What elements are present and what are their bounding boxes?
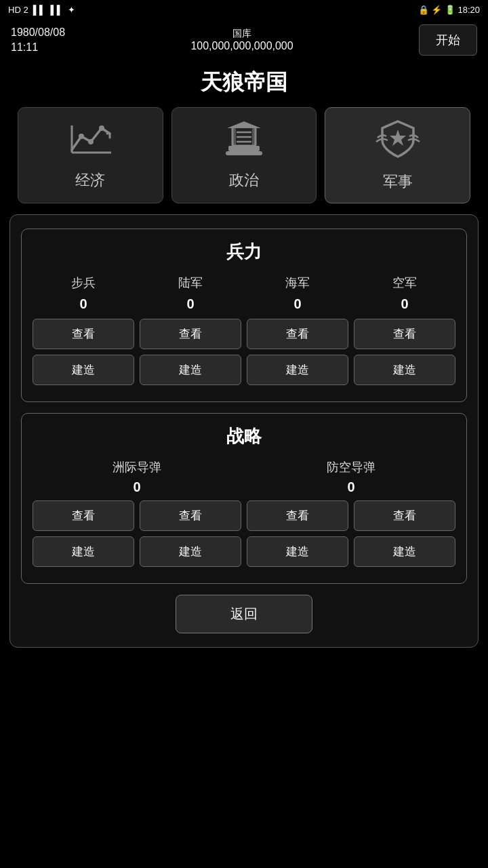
game-title: 天狼帝国: [0, 61, 488, 107]
svg-marker-14: [390, 130, 406, 146]
icbm-label: 洲际导弹: [113, 459, 161, 475]
mil-build-buttons: 建造 建造 建造 建造: [33, 355, 455, 385]
aad-value: 0: [347, 479, 354, 495]
strat-labels-row: 洲际导弹 0 防空导弹 0: [33, 459, 455, 495]
strat-col-icbm: 洲际导弹 0: [33, 459, 241, 495]
tab-economy[interactable]: 经济: [18, 107, 163, 203]
strat-view-buttons: 查看 查看 查看 查看: [33, 500, 455, 531]
strat-build-btn-2[interactable]: 建造: [140, 536, 241, 567]
economy-icon: [66, 120, 114, 163]
strat-build-btn-3[interactable]: 建造: [247, 536, 348, 567]
date-value: 1980/08/08: [11, 25, 65, 40]
status-right: 🔒 ⚡ 🔋 18:20: [418, 5, 480, 15]
return-button[interactable]: 返回: [176, 595, 312, 633]
svg-rect-10: [226, 151, 262, 155]
time-value: 11:11: [11, 40, 65, 55]
airforce-label: 空军: [392, 275, 417, 291]
strat-view-btn-3[interactable]: 查看: [247, 500, 348, 531]
navy-label: 海军: [285, 275, 310, 291]
header-treasury: 国库 100,000,000,000,000: [190, 28, 293, 52]
strat-col-aad: 防空导弹 0: [247, 459, 455, 495]
svg-point-2: [99, 125, 104, 131]
content-wrapper: 1980/08/08 11:11 国库 100,000,000,000,000 …: [0, 19, 488, 648]
infantry-build-btn[interactable]: 建造: [33, 355, 134, 385]
zhanlue-section: 战略 洲际导弹 0 防空导弹 0 查看 查看 查看 查看: [21, 413, 467, 584]
mil-view-buttons: 查看 查看 查看 查看: [33, 319, 455, 349]
mil-labels-row: 步兵 0 陆军 0 海军 0 空军 0: [33, 275, 455, 312]
status-left-text: HD 2 ▌▌ ▌▌ ✦: [8, 5, 75, 15]
tab-politics-label: 政治: [229, 170, 259, 191]
politics-icon: [220, 120, 268, 163]
icbm-value: 0: [133, 479, 140, 495]
mil-col-infantry: 步兵 0: [33, 275, 134, 312]
treasury-value: 100,000,000,000,000: [190, 40, 293, 52]
navy-view-btn[interactable]: 查看: [247, 319, 348, 349]
strat-view-btn-4[interactable]: 查看: [354, 500, 455, 531]
strat-build-buttons: 建造 建造 建造 建造: [33, 536, 455, 567]
airforce-view-btn[interactable]: 查看: [354, 319, 455, 349]
header: 1980/08/08 11:11 国库 100,000,000,000,000 …: [0, 19, 488, 61]
navy-build-btn[interactable]: 建造: [247, 355, 348, 385]
main-panel: 兵力 步兵 0 陆军 0 海军 0 空军: [9, 214, 479, 648]
tab-politics[interactable]: 政治: [171, 107, 317, 203]
return-btn-wrap: 返回: [21, 595, 467, 633]
tab-economy-label: 经济: [75, 170, 105, 191]
airforce-value: 0: [401, 296, 408, 312]
start-button[interactable]: 开始: [419, 24, 477, 56]
tab-military[interactable]: 军事: [325, 107, 470, 203]
infantry-view-btn[interactable]: 查看: [33, 319, 134, 349]
header-date: 1980/08/08 11:11: [11, 25, 65, 56]
army-view-btn[interactable]: 查看: [140, 319, 241, 349]
svg-marker-13: [227, 121, 261, 128]
army-value: 0: [186, 296, 194, 312]
svg-point-0: [79, 134, 84, 139]
strat-build-btn-4[interactable]: 建造: [354, 536, 455, 567]
nav-tabs: 经济: [0, 107, 488, 203]
infantry-label: 步兵: [71, 275, 96, 291]
svg-point-1: [88, 139, 94, 144]
strat-view-btn-1[interactable]: 查看: [33, 500, 134, 531]
navy-value: 0: [293, 296, 301, 312]
mil-col-army: 陆军 0: [140, 275, 241, 312]
svg-rect-11: [232, 127, 236, 146]
airforce-build-btn[interactable]: 建造: [354, 355, 455, 385]
strat-view-btn-2[interactable]: 查看: [140, 500, 241, 531]
svg-rect-12: [252, 127, 256, 146]
mil-col-navy: 海军 0: [247, 275, 348, 312]
status-right-text: 🔒 ⚡ 🔋 18:20: [418, 5, 480, 15]
bingli-section: 兵力 步兵 0 陆军 0 海军 0 空军: [21, 229, 467, 402]
status-bar: HD 2 ▌▌ ▌▌ ✦ 🔒 ⚡ 🔋 18:20: [0, 0, 488, 19]
page-wrapper: HD 2 ▌▌ ▌▌ ✦ 🔒 ⚡ 🔋 18:20 1980/08/08 11:1…: [0, 0, 488, 868]
treasury-label: 国库: [190, 28, 293, 40]
strat-build-btn-1[interactable]: 建造: [33, 536, 134, 567]
military-icon: [374, 119, 422, 165]
army-label: 陆军: [178, 275, 203, 291]
infantry-value: 0: [79, 296, 87, 312]
tab-military-label: 军事: [383, 172, 413, 192]
zhanlue-title: 战略: [33, 425, 455, 448]
status-left: HD 2 ▌▌ ▌▌ ✦: [8, 5, 75, 15]
bingli-title: 兵力: [33, 240, 455, 264]
aad-label: 防空导弹: [327, 459, 375, 475]
mil-col-airforce: 空军 0: [354, 275, 455, 312]
army-build-btn[interactable]: 建造: [140, 355, 241, 385]
